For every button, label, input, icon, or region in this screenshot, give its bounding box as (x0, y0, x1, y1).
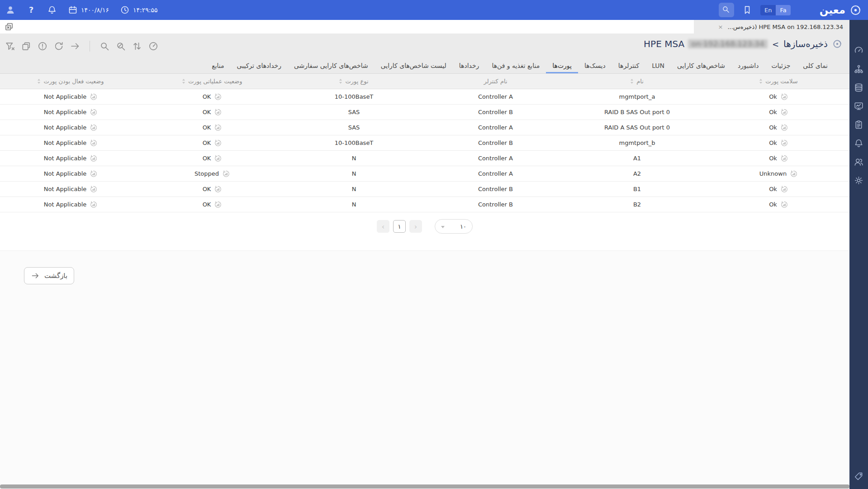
table-row[interactable]: OkRAID B SAS Out port 0Controller BSASOK… (0, 105, 849, 120)
cell-text: Not Applicable (44, 124, 87, 131)
column-header-op_status[interactable]: وضعیت عملیاتی پورت (142, 78, 283, 85)
column-header-type[interactable]: نوع پورت (283, 78, 425, 85)
cell-text: N (352, 201, 356, 208)
cell-enabled: Not Applicable (0, 185, 142, 193)
back-button[interactable]: بازگشت (24, 267, 74, 284)
sitemap-icon[interactable] (854, 64, 864, 74)
metric-circle-icon (222, 170, 230, 178)
nav-tab[interactable]: لیست شاخص‌های کارایی (375, 59, 453, 73)
nav-tab[interactable]: منابع تغذیه و فن‌ها (485, 59, 546, 73)
current-page-button[interactable]: ۱ (393, 220, 406, 233)
device-tab[interactable]: HPE MSA on 192.168.123.34 (ذخیره‌س... × (694, 20, 849, 34)
nav-tab[interactable]: کنترلرها (612, 59, 645, 73)
column-header-health[interactable]: سلامت پورت (708, 78, 849, 85)
arrow-right-icon[interactable] (70, 41, 81, 52)
breadcrumb-device: HPE MSA on 192.168.123.34 (644, 38, 768, 49)
bell-icon[interactable] (854, 138, 864, 149)
cell-health: Unknown (708, 170, 849, 178)
close-all-tabs-icon[interactable] (4, 22, 14, 32)
next-page-button[interactable]: › (409, 220, 422, 233)
cell-text: Ok (769, 124, 777, 131)
search-icon[interactable] (99, 41, 110, 52)
monitor-chart-icon[interactable] (854, 101, 864, 111)
cell-text: Ok (769, 139, 777, 146)
nav-tab[interactable]: شاخص‌های کارایی سفارشی (288, 59, 375, 73)
column-label: سلامت پورت (765, 78, 797, 85)
cell-text: Not Applicable (44, 170, 87, 177)
column-header-name[interactable]: نام (566, 78, 708, 85)
table-row[interactable]: Okmgmtport_aController A10-100BaseTOKNot… (0, 89, 849, 105)
notifications-bell-icon[interactable] (47, 5, 57, 15)
cell-enabled: Not Applicable (0, 201, 142, 209)
cell-text: Controller A (478, 170, 513, 177)
cell-controller: Controller A (425, 155, 566, 162)
prev-page-button[interactable]: ‹ (377, 220, 389, 233)
table-row[interactable]: Okmgmtport_bController B10-100BaseTOKNot… (0, 135, 849, 151)
table-row[interactable]: OkA1Controller ANOKNot Applicable (0, 151, 849, 166)
duplicate-icon[interactable] (21, 41, 32, 52)
column-label: نام (636, 78, 644, 85)
search-button[interactable] (719, 3, 734, 17)
bookmark-icon[interactable] (742, 5, 752, 15)
clock-icon (120, 5, 130, 15)
page-size-select[interactable]: ۱۰ (435, 219, 473, 234)
lang-en-button[interactable]: En (760, 5, 776, 15)
cell-type: N (283, 201, 425, 208)
sort-carets-icon[interactable] (38, 79, 40, 84)
redacted-ip: on 192.168.123.34 (688, 39, 768, 48)
tab-close-icon[interactable]: × (718, 24, 723, 30)
cell-op_status: Stopped (142, 170, 283, 178)
table-row[interactable]: UnknownA2Controller ANStoppedNot Applica… (0, 166, 849, 182)
gauge-small-icon[interactable] (148, 41, 159, 52)
gauge-icon[interactable] (854, 45, 864, 56)
sort-carets-icon[interactable] (759, 79, 762, 84)
table-row[interactable]: OkB2Controller BNOKNot Applicable (0, 197, 849, 212)
clipboard-icon[interactable] (854, 120, 864, 130)
metric-circle-icon (90, 154, 98, 163)
sort-icon[interactable] (132, 41, 142, 52)
metric-circle-icon (214, 185, 222, 193)
cell-enabled: Not Applicable (0, 139, 142, 147)
column-header-enabled[interactable]: وضعیت فعال بودن پورت (0, 78, 142, 85)
refresh-icon[interactable] (53, 41, 64, 52)
alert-circle-icon[interactable] (37, 41, 48, 52)
nav-tab[interactable]: دیسک‌ها (578, 59, 612, 73)
document-tab-bar: HPE MSA on 192.168.123.34 (ذخیره‌س... × (0, 20, 849, 34)
cell-text: OK (203, 201, 211, 208)
cell-name: A1 (566, 155, 708, 162)
search-off-icon[interactable] (115, 41, 126, 52)
lang-fa-button[interactable]: Fa (776, 5, 790, 15)
nav-tab[interactable]: جزئیات (765, 59, 797, 73)
main-area: HPE MSA on 192.168.123.34 (ذخیره‌س... × … (0, 20, 849, 489)
table-row[interactable]: OkB1Controller BNOKNot Applicable (0, 182, 849, 197)
cell-type: N (283, 155, 425, 162)
nav-tab[interactable]: شاخص‌های کارایی (671, 59, 731, 73)
tag-icon[interactable] (854, 471, 864, 482)
sort-carets-icon[interactable] (631, 79, 633, 84)
gear-icon[interactable] (854, 175, 864, 186)
nav-tab[interactable]: رخدادهای ترکیبی (231, 59, 288, 73)
sort-carets-icon[interactable] (339, 79, 342, 84)
database-icon[interactable] (854, 82, 864, 93)
nav-tab-active[interactable]: پورت‌ها (546, 59, 578, 73)
horizontal-scrollbar[interactable] (0, 484, 849, 489)
nav-tab[interactable]: منابع (205, 59, 230, 73)
help-icon[interactable]: ? (26, 5, 36, 15)
filter-clear-icon[interactable] (5, 41, 15, 52)
back-button-label: بازگشت (44, 272, 67, 280)
cell-text: N (352, 170, 356, 177)
nav-tab[interactable]: نمای کلی (797, 59, 834, 73)
users-icon[interactable] (854, 157, 864, 167)
nav-tab[interactable]: رخدادها (453, 59, 486, 73)
nav-tab[interactable]: LUN (645, 59, 671, 73)
language-switcher: En Fa (760, 5, 791, 15)
cell-controller: Controller A (425, 170, 566, 177)
sort-carets-icon[interactable] (182, 79, 185, 84)
cell-text: OK (203, 155, 211, 162)
nav-tab[interactable]: داشبورد (731, 59, 765, 73)
cell-text: Not Applicable (44, 201, 87, 208)
cell-health: Ok (708, 154, 849, 163)
cell-controller: Controller B (425, 139, 566, 146)
user-icon[interactable] (5, 5, 15, 15)
table-row[interactable]: OkRAID A SAS Out port 0Controller ASASOK… (0, 120, 849, 135)
